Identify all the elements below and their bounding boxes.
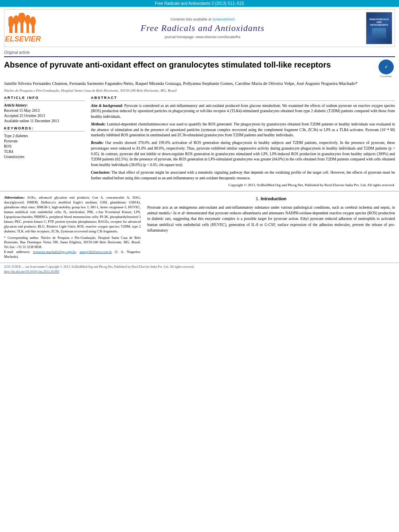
email-link-2[interactable]: aunog.bh@terra.com.br bbox=[80, 250, 112, 254]
keyword-2: Pyruvate bbox=[4, 139, 84, 143]
elsevier-tree-icon bbox=[8, 13, 37, 35]
svg-point-1 bbox=[8, 16, 14, 27]
keyword-4: TLR4 bbox=[4, 150, 84, 154]
section-divider bbox=[0, 191, 399, 191]
two-column-layout: ARTICLE INFO Article history: Received 1… bbox=[4, 96, 395, 187]
elsevier-logo: ELSEVIER bbox=[7, 13, 39, 43]
abstract-label-heading: ABSTRACT bbox=[91, 96, 395, 101]
abstract-col: ABSTRACT Aim & background: Pyruvate is c… bbox=[91, 96, 395, 187]
abbreviations-label: Abbreviations: bbox=[4, 195, 25, 199]
svg-point-7 bbox=[25, 15, 31, 25]
top-bar: Free Radicals and Antioxidants 3 (2013) … bbox=[0, 0, 399, 7]
bottom-section: Abbreviations: AGEs, advanced glycation … bbox=[0, 195, 399, 259]
abstract-copyright: Copyright © 2013, SciBiolMed.Org and Phc… bbox=[91, 183, 395, 187]
available-date: Available online 11 December 2013 bbox=[4, 119, 84, 123]
journal-header: ELSEVIER Contents lists available at Sci… bbox=[4, 9, 395, 47]
methods-label: Methods: bbox=[91, 122, 106, 126]
keywords-label: Keywords: bbox=[4, 126, 84, 131]
article-info-label: ARTICLE INFO bbox=[4, 96, 84, 101]
crossmark: ✓ CrossMark bbox=[377, 60, 395, 78]
sciencedirect-link[interactable]: ScienceDirect bbox=[212, 17, 235, 21]
bottom-right-col: 1. Introduction Pyruvate acts as an endo… bbox=[147, 195, 395, 259]
main-content: Original article Absence of pyruvate ant… bbox=[0, 50, 399, 187]
email-link-1[interactable]: nogueira.machado@pq.cnpq.br bbox=[33, 250, 76, 254]
accepted-date: Accepted 25 October 2013 bbox=[4, 114, 84, 118]
authors: Jamille Silveira Fernandes Chamon, Ferna… bbox=[4, 80, 395, 87]
keywords-section: Keywords: Type 2 diabetes Pyruvate ROS T… bbox=[4, 126, 84, 159]
journal-homepage: journal homepage: www.elsevier.com/locat… bbox=[43, 35, 362, 39]
aim-text: Pyruvate is considered as an anti-inflam… bbox=[91, 104, 395, 119]
article-type: Original article bbox=[4, 50, 395, 55]
svg-point-5 bbox=[18, 13, 25, 23]
abstract-results: Results: Our results showed 370.0% and 1… bbox=[91, 140, 395, 168]
abbreviations-text: AGEs, advanced glycation end products; C… bbox=[4, 195, 141, 233]
received-date: Received 15 May 2013 bbox=[4, 109, 84, 113]
journal-issue: Free Radicals and Antioxidants 3 (2013) … bbox=[155, 1, 244, 6]
methods-text: Luminol-dependent chemiluminescence was … bbox=[91, 122, 395, 138]
aim-label: Aim & background: bbox=[91, 104, 123, 108]
footer-issn: 2231-2536/$ — see front matter Copyright… bbox=[4, 265, 395, 269]
article-title-section: Absence of pyruvate anti-oxidant effect … bbox=[4, 56, 395, 78]
intro-heading-text: Introduction bbox=[261, 196, 286, 201]
journal-title-header: Free Radicals and Antioxidants bbox=[43, 23, 362, 33]
sciencedirect-line: Contents lists available at ScienceDirec… bbox=[43, 17, 362, 21]
abstract-conclusion: Conclusion: The dual effect of pyruvate … bbox=[91, 170, 395, 181]
elsevier-text: ELSEVIER bbox=[5, 35, 41, 43]
bottom-left-col: Abbreviations: AGEs, advanced glycation … bbox=[4, 195, 141, 259]
crossmark-badge[interactable]: ✓ bbox=[378, 60, 394, 74]
corresponding-label: * Corresponding author. Núcleo de Pesqui… bbox=[4, 236, 141, 250]
intro-para-1: Pyruvate acts as an endogenous anti-oxid… bbox=[147, 205, 395, 233]
keyword-5: Granulocytes bbox=[4, 155, 84, 159]
article-history-label: Article history: bbox=[4, 103, 84, 107]
corresponding-block: * Corresponding author. Núcleo de Pesqui… bbox=[4, 236, 141, 259]
results-label: Results: bbox=[91, 141, 104, 145]
keyword-1: Type 2 diabetes bbox=[4, 134, 84, 138]
conclusion-text: The dual effect of pyruvate might be ass… bbox=[91, 170, 395, 180]
footer-bar: 2231-2536/$ — see front matter Copyright… bbox=[0, 263, 399, 276]
svg-point-9 bbox=[30, 16, 36, 26]
journal-center: Contents lists available at ScienceDirec… bbox=[39, 17, 366, 39]
doi-link[interactable]: http://dx.doi.org/10.1016/j.fra.2013.10.… bbox=[4, 270, 59, 273]
crossmark-text: CrossMark bbox=[380, 75, 392, 78]
affiliation: Núcleo de Pesquisa e Pós-Graduação, Hosp… bbox=[4, 88, 395, 92]
article-title: Absence of pyruvate anti-oxidant effect … bbox=[4, 60, 377, 70]
footer-doi: http://dx.doi.org/10.1016/j.fra.2013.10.… bbox=[4, 269, 395, 274]
email-block: E-mail addresses: nogueira.machado@pq.cn… bbox=[4, 250, 141, 259]
intro-heading: 1. Introduction bbox=[147, 195, 395, 202]
results-text: Our results showed 370.0% and 199.0% act… bbox=[91, 141, 395, 167]
abstract-aim: Aim & background: Pyruvate is considered… bbox=[91, 103, 395, 120]
conclusion-label: Conclusion: bbox=[91, 170, 110, 175]
svg-point-3 bbox=[13, 15, 19, 25]
journal-cover-title: FREE RADICALSANDANTIOXIDANTS bbox=[369, 18, 389, 27]
article-info-col: ARTICLE INFO Article history: Received 1… bbox=[4, 96, 84, 187]
abbreviations-block: Abbreviations: AGEs, advanced glycation … bbox=[4, 195, 141, 234]
abstract-methods: Methods: Luminol-dependent chemiluminesc… bbox=[91, 122, 395, 138]
journal-cover: FREE RADICALSANDANTIOXIDANTS bbox=[366, 12, 392, 44]
keyword-3: ROS bbox=[4, 144, 84, 148]
